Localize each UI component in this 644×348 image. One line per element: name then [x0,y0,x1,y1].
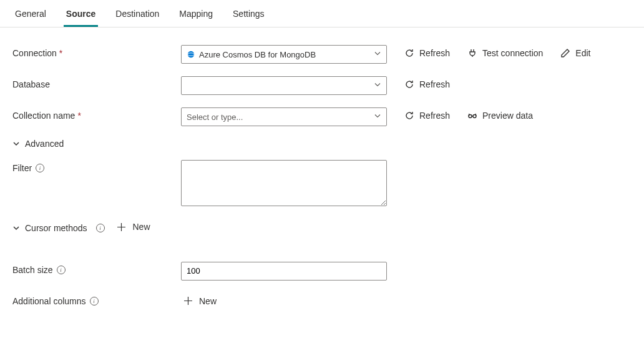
refresh-icon [404,48,414,58]
collection-placeholder: Select or type... [187,112,243,122]
connection-label: Connection* [12,45,181,58]
refresh-database-button[interactable]: Refresh [404,79,450,89]
info-icon[interactable]: i [57,266,66,274]
plus-icon [183,296,193,306]
batch-size-input[interactable] [181,262,387,281]
info-icon[interactable]: i [36,164,44,172]
plug-icon [467,48,477,58]
chevron-down-icon [374,81,381,91]
filter-textarea[interactable] [181,160,387,206]
database-dropdown[interactable] [181,76,387,95]
chevron-down-icon [374,112,381,122]
cosmos-db-icon [187,50,195,59]
refresh-collection-button[interactable]: Refresh [404,111,450,121]
new-cursor-method-button[interactable]: New [114,221,152,233]
info-icon[interactable]: i [90,297,99,306]
additional-columns-label: Additional columns i [12,293,181,306]
database-label: Database [12,76,181,89]
edit-connection-button[interactable]: Edit [560,48,590,58]
collection-name-dropdown[interactable]: Select or type... [181,107,387,126]
chevron-down-icon [374,50,381,59]
tabs-bar: General Source Destination Mapping Setti… [0,0,644,27]
required-indicator: * [59,48,62,58]
advanced-toggle[interactable]: Advanced [12,139,64,149]
chevron-down-icon [12,140,20,147]
svg-point-0 [188,51,195,58]
connection-dropdown[interactable]: Azure Cosmos DB for MongoDB [181,45,387,64]
filter-label: Filter i [12,160,181,173]
new-additional-column-button[interactable]: New [181,295,219,307]
refresh-icon [404,79,414,89]
chevron-down-icon [12,224,20,232]
preview-data-button[interactable]: Preview data [467,111,533,121]
tab-source[interactable]: Source [64,1,98,27]
required-indicator: * [77,111,80,121]
glasses-icon [467,111,477,121]
collection-name-label: Collection name* [12,107,181,121]
batch-size-label: Batch size i [12,262,181,275]
plus-icon [117,222,126,232]
info-icon[interactable]: i [96,224,105,232]
connection-value: Azure Cosmos DB for MongoDB [199,50,316,59]
test-connection-button[interactable]: Test connection [467,48,543,58]
refresh-connection-button[interactable]: Refresh [404,48,450,58]
pencil-icon [560,48,570,58]
refresh-icon [404,111,414,121]
tab-destination[interactable]: Destination [113,1,162,27]
tab-settings[interactable]: Settings [230,1,267,27]
tab-general[interactable]: General [12,1,49,27]
cursor-methods-toggle[interactable]: Cursor methods i [12,223,105,233]
tab-mapping[interactable]: Mapping [177,1,215,27]
